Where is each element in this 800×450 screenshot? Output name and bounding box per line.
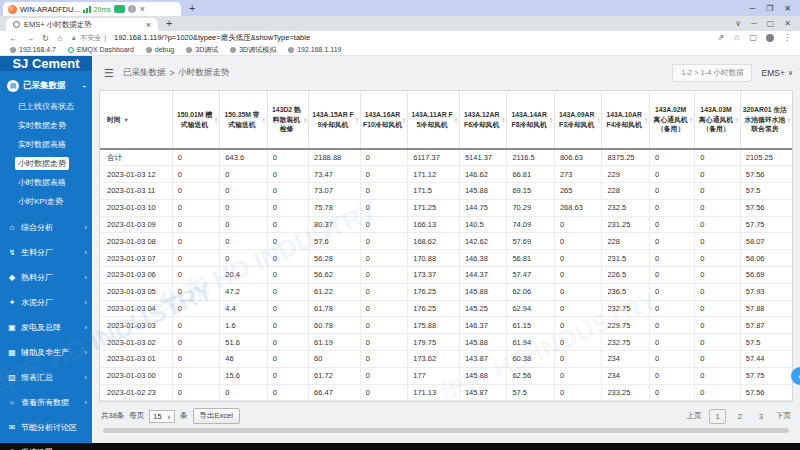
remote-tab-close-icon[interactable]: ×: [140, 4, 145, 14]
column-header[interactable]: 143A.15AR F9冷却风机▲▼: [309, 91, 361, 149]
url-input[interactable]: 192.168.1.119/?p=1020&typee=磨头低压&showTyp…: [114, 33, 310, 43]
back-icon[interactable]: ←: [9, 33, 18, 43]
cell-value: 0: [695, 384, 740, 401]
cell-value: 57.75: [740, 367, 792, 384]
sidebar-item[interactable]: ▣发电及总降›: [0, 315, 92, 340]
cell-value: 0: [649, 317, 694, 334]
cell-value: 0: [649, 283, 694, 300]
cell-value: 273: [554, 166, 602, 183]
table-row[interactable]: 2023-01-03 0900080.370166.13140.574.0902…: [100, 216, 792, 233]
sidebar-subitem[interactable]: 实时数据表格: [0, 135, 92, 154]
sidebar-item[interactable]: ◆熟料分厂›: [0, 265, 92, 290]
table-row[interactable]: 2023-01-03 0800057.60168.62142.6257.6902…: [100, 233, 792, 250]
remote-close-icon[interactable]: ✕: [784, 4, 791, 13]
sidebar-item[interactable]: ▧报表汇总›: [0, 365, 92, 390]
tab-close-icon[interactable]: ×: [146, 20, 151, 30]
cell-time: 2023-01-03 10: [100, 199, 172, 216]
column-header[interactable]: 143A.16AR F10冷却风机▲▼: [360, 91, 408, 149]
window-restore-icon[interactable]: ▢: [767, 19, 775, 28]
cell-value: 0: [649, 149, 694, 166]
sidebar-subitem[interactable]: 实时数据走势: [0, 116, 92, 135]
horizontal-scrollbar[interactable]: [103, 428, 789, 433]
bookmark-item[interactable]: 3D调试: [186, 45, 218, 55]
sidebar-subitem[interactable]: 小时数据走势: [0, 154, 92, 173]
forward-icon[interactable]: →: [26, 33, 35, 43]
sidebar-group-collected-data[interactable]: ▤ 已采集数据 ›: [0, 71, 92, 97]
table-row[interactable]: 2023-01-03 02051.6061.190179.75145.8861.…: [100, 334, 792, 351]
tab-search-chevron-icon[interactable]: ∨: [735, 19, 741, 28]
table-row[interactable]: 2023-01-03 0404.4061.780176.25145.2562.9…: [100, 300, 792, 317]
browser-new-tab-button[interactable]: +: [166, 18, 172, 29]
bookmark-item[interactable]: 192.168.1.119: [288, 46, 341, 53]
date-range-label[interactable]: 1-2 > 1-4 小时数据: [672, 64, 752, 82]
bookmark-item[interactable]: 3D调试模拟: [230, 45, 276, 55]
table-row[interactable]: 2023-01-03 00015.6061.720177145.8862.560…: [100, 367, 792, 384]
sidebar-item[interactable]: ↯生料分厂›: [0, 240, 92, 265]
column-header[interactable]: 143A.02M 离心通风机（备用）▲▼: [649, 91, 694, 149]
browser-menu-icon[interactable]: ⋮: [783, 33, 791, 42]
window-minimize-icon[interactable]: ─: [751, 19, 757, 28]
page-button[interactable]: 1: [709, 409, 725, 424]
table-row[interactable]: 2023-01-03 0700056.280170.88146.3856.810…: [100, 250, 792, 267]
column-header[interactable]: 143A.10AR F4冷却风机▲▼: [602, 91, 650, 149]
breadcrumb-root[interactable]: 已采集数据: [123, 67, 166, 79]
per-page-select[interactable]: 15 ∨: [149, 410, 175, 423]
column-header[interactable]: 143A.09AR F3冷却风机▲▼: [554, 91, 602, 149]
remote-new-tab-button[interactable]: +: [189, 3, 195, 14]
column-header[interactable]: 143A.11AR F5冷却风机▲▼: [408, 91, 460, 149]
remote-session-menu-icon[interactable]: [128, 5, 136, 13]
column-header[interactable]: 143A.03M 离心通风机（备用）▲▼: [695, 91, 740, 149]
sidebar-item[interactable]: ✉节能分析讨论区: [0, 415, 92, 440]
bookmark-item[interactable]: debug: [146, 46, 174, 53]
sidebar-subitem[interactable]: 小时数据表格: [0, 173, 92, 192]
remote-minimize-icon[interactable]: ─: [749, 4, 755, 13]
side-panel-icon[interactable]: ▢: [749, 33, 757, 42]
page-button[interactable]: 3: [754, 410, 768, 423]
sidebar-item[interactable]: ✦水泥分厂›: [0, 290, 92, 315]
user-menu[interactable]: EMS+ ∨: [761, 68, 793, 78]
window-close-icon[interactable]: ✕: [784, 19, 791, 28]
hamburger-menu-icon[interactable]: ☰: [99, 67, 114, 80]
table-row[interactable]: 2023-01-03 1000075.780171.25144.7570.292…: [100, 199, 792, 216]
bookmark-star-icon[interactable]: ☆: [733, 33, 740, 42]
sidebar-item[interactable]: ▦辅助及非生产›: [0, 340, 92, 365]
table-row[interactable]: 2023-01-03 05047.2061.220176.25145.8862.…: [100, 283, 792, 300]
share-icon[interactable]: ⇗: [718, 33, 725, 42]
export-excel-button[interactable]: 导出Excel: [193, 408, 240, 424]
table-row[interactable]: 2023-01-03 010460600173.62143.8760.38023…: [100, 351, 792, 368]
sidebar-item[interactable]: ⚙系统设置›: [0, 440, 92, 450]
sidebar-item[interactable]: ○查看所有数据›: [0, 390, 92, 415]
hd-quality-badge-icon[interactable]: [114, 5, 125, 13]
column-header[interactable]: 143D2 熟料散装机检修▲▼: [267, 91, 308, 149]
table-row[interactable]: 2023-01-03 1200073.470171.12146.6266.812…: [100, 166, 792, 183]
reload-icon[interactable]: ↻: [42, 33, 49, 43]
sidebar-subitem[interactable]: 已上线仪表状态: [0, 97, 92, 116]
prev-page-button[interactable]: 上页: [686, 411, 701, 421]
remote-restore-icon[interactable]: ❐: [766, 4, 773, 13]
cell-value: 145.88: [459, 334, 507, 351]
column-header[interactable]: 320AR01 生活水池循环水池联合泵房▲▼: [740, 91, 792, 149]
home-icon[interactable]: ⌂: [57, 33, 62, 43]
browser-tab[interactable]: EMS+ 小时数据走势 ×: [6, 18, 158, 31]
table-row[interactable]: 2023-01-03 06020.4056.620173.37144.3757.…: [100, 267, 792, 284]
bookmark-item[interactable]: EMQX Dashboard: [68, 46, 134, 53]
column-header[interactable]: 150.01M 槽式输送机▲▼: [172, 91, 220, 149]
total-row[interactable]: 合计0643.602188.8806117.375141.372116.5806…: [100, 149, 792, 166]
sidebar-item[interactable]: ⌂综合分析›: [0, 215, 92, 240]
cell-time: 2023-01-03 08: [100, 233, 172, 250]
remote-desktop-tab[interactable]: WIN-ARADFDU... 29ms ×: [3, 2, 181, 16]
cell-value: 57.47: [507, 267, 555, 284]
column-header[interactable]: 143A.12AR F6冷却风机▲▼: [459, 91, 507, 149]
table-row[interactable]: 2023-01-02 2300066.470171.13145.8757.502…: [100, 384, 792, 401]
column-header[interactable]: 150.35M 带式输送机▲▼: [220, 91, 268, 149]
security-chip[interactable]: ▲ 不安全 |: [70, 33, 106, 43]
next-page-button[interactable]: 下页: [776, 411, 791, 421]
sidebar-subitem[interactable]: 小时KPI走势: [0, 192, 92, 211]
profile-avatar[interactable]: [766, 34, 774, 42]
table-row[interactable]: 2023-01-03 1100073.070171.5145.8869.1526…: [100, 183, 792, 200]
column-header-time[interactable]: 时间▼: [100, 91, 172, 149]
column-header[interactable]: 143A.14AR F8冷却风机▲▼: [507, 91, 555, 149]
table-row[interactable]: 2023-01-03 0301.6060.780175.88146.3761.1…: [100, 317, 792, 334]
bookmark-item[interactable]: 192.168.4.7: [10, 46, 56, 53]
page-button[interactable]: 2: [733, 410, 747, 423]
